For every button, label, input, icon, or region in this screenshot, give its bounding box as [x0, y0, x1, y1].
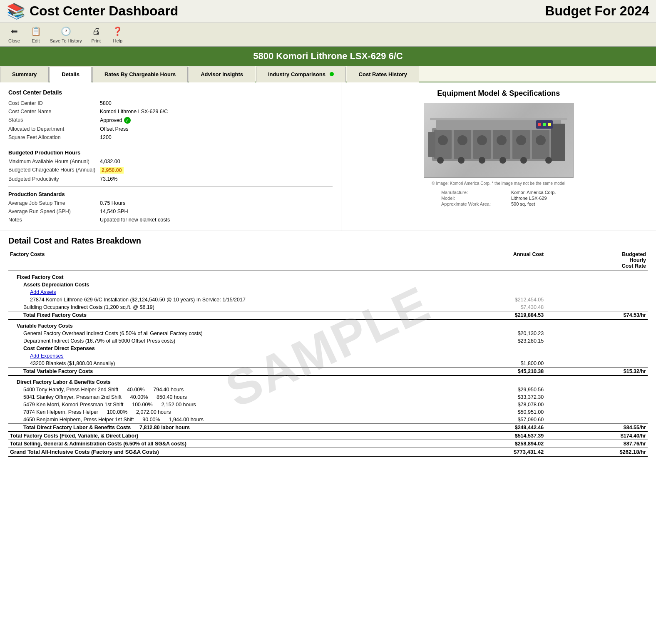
building-occ-row: Building Occupancy Indirect Costs (1,200… — [8, 303, 648, 311]
col-annual-header: Annual Cost — [443, 251, 545, 271]
svg-point-17 — [479, 157, 485, 164]
col-rate-header: Budgeted Hourly Cost Rate — [545, 251, 648, 271]
dept-indirect-row: Department Indirect Costs (16.79% of all… — [8, 337, 648, 345]
total-variable-row: Total Variable Factory Costs $45,210.38 … — [8, 368, 648, 376]
labor-row-2: 5479 Ken Morri, Komori Pressman 1st Shif… — [8, 401, 648, 408]
print-button[interactable]: 🖨 Print — [89, 25, 104, 43]
tab-rates[interactable]: Rates By Chargeable Hours — [92, 67, 188, 82]
variable-factory-header: Variable Factory Costs — [8, 319, 648, 330]
svg-point-26 — [548, 123, 551, 126]
cost-breakdown-section: SAMPLE Detail Cost and Rates Breakdown F… — [0, 231, 656, 462]
app-logo: 📚 — [7, 4, 25, 19]
spec-model: Model: Lithrone LSX-629 — [441, 196, 556, 201]
edit-icon: 📋 — [28, 25, 43, 37]
labor-row-1: 5841 Stanley Offmyer, Pressman 2nd Shift… — [8, 393, 648, 401]
tab-advisor[interactable]: Advisor Insights — [189, 67, 255, 82]
tab-industry[interactable]: Industry Comparisons — [256, 67, 346, 82]
svg-point-19 — [520, 157, 527, 164]
banner-text: 5800 Komori Lithrone LSX-629 6/C — [253, 51, 403, 61]
main-content: Cost Center Details Cost Center ID 5800 … — [0, 82, 656, 462]
svg-point-14 — [536, 135, 546, 145]
expense-detail-row: 43200 Blankets ($1,800.00 Annually) $1,8… — [8, 360, 648, 368]
edit-label: Edit — [32, 38, 40, 43]
labor-row-3: 7874 Ken Helpern, Press Helper 100.00% 2… — [8, 408, 648, 416]
equipment-specs: Manufacture: Komori America Corp. Model:… — [441, 189, 556, 207]
add-expenses-row: Add Expenses — [8, 352, 648, 360]
divider-1 — [8, 145, 333, 145]
close-button[interactable]: ⬅ Close — [7, 25, 22, 43]
standards-section-title: Production Standards — [8, 191, 333, 197]
field-status: Status Approved ✓ — [8, 116, 333, 125]
svg-point-24 — [538, 123, 541, 126]
industry-dot — [330, 72, 334, 76]
equipment-panel: Equipment Model & Specifications — [341, 82, 656, 231]
title-area: 📚 Cost Center Dashboard — [7, 3, 178, 19]
svg-point-11 — [477, 135, 487, 145]
field-budgeted-hours: Budgeted Chargeable Hours (Annual) 2,950… — [8, 166, 333, 175]
add-assets-row: Add Assets — [8, 288, 648, 296]
toolbar: ⬅ Close 📋 Edit 🕐 Save To History 🖨 Print… — [0, 22, 656, 47]
svg-point-15 — [437, 157, 444, 164]
add-expenses-link[interactable]: Add Expenses — [30, 353, 64, 359]
field-cost-center-id: Cost Center ID 5800 — [8, 99, 333, 107]
top-section: Cost Center Details Cost Center ID 5800 … — [0, 82, 656, 231]
tab-bar: Summary Details Rates By Chargeable Hour… — [0, 66, 656, 82]
field-notes: Notes Updated for new blanket costs — [8, 216, 333, 224]
svg-point-18 — [499, 157, 506, 164]
cost-center-banner: 5800 Komori Lithrone LSX-629 6/C — [0, 47, 656, 66]
field-run-speed: Average Run Speed (SPH) 14,540 SPH — [8, 207, 333, 216]
print-icon: 🖨 — [89, 25, 104, 37]
close-icon: ⬅ — [7, 25, 22, 37]
budget-label: Budget For 2024 — [545, 3, 649, 19]
divider-2 — [8, 186, 333, 187]
edit-button[interactable]: 📋 Edit — [28, 25, 43, 43]
grand-total-row: Grand Total All-Inclusive Costs (Factory… — [8, 448, 648, 457]
field-max-hours: Maximum Available Hours (Annual) 4,032.0… — [8, 157, 333, 166]
cost-center-details-panel: Cost Center Details Cost Center ID 5800 … — [0, 82, 341, 231]
field-cost-center-name: Cost Center Name Komori Lithrone LSX-629… — [8, 107, 333, 116]
cost-center-section-title: Cost Center Details — [8, 89, 333, 96]
app-title: Cost Center Dashboard — [30, 3, 178, 19]
help-label: Help — [113, 38, 123, 43]
svg-point-25 — [543, 123, 546, 126]
col-factory-costs-header: Factory Costs — [8, 251, 443, 271]
add-assets-link[interactable]: Add Assets — [30, 289, 56, 295]
svg-point-12 — [497, 135, 507, 145]
app-header: 📚 Cost Center Dashboard Budget For 2024 — [0, 0, 656, 22]
help-icon: ❓ — [110, 25, 125, 37]
tab-history[interactable]: Cost Rates History — [347, 67, 419, 82]
field-job-setup: Average Job Setup Time 0.75 Hours — [8, 199, 333, 207]
spec-work-area: Approximate Work Area: 500 sq. feet — [441, 201, 556, 206]
approved-check-icon: ✓ — [124, 117, 131, 124]
save-history-icon: 🕐 — [58, 25, 73, 37]
asset-detail-row: 27874 Komori Lithrone 629 6/C Installati… — [8, 296, 648, 303]
save-history-label: Save To History — [50, 38, 82, 43]
labor-row-0: 5400 Tony Handy, Press Helper 2nd Shift … — [8, 386, 648, 393]
svg-point-13 — [516, 135, 526, 145]
field-productivity: Budgeted Productivity 73.16% — [8, 175, 333, 183]
tab-summary[interactable]: Summary — [0, 67, 49, 82]
tab-details[interactable]: Details — [50, 67, 92, 82]
total-factory-row: Total Factory Costs (Fixed, Variable, & … — [8, 432, 648, 440]
save-to-history-button[interactable]: 🕐 Save To History — [50, 25, 82, 43]
svg-rect-22 — [430, 118, 567, 120]
direct-labor-header: Direct Factory Labor & Benefits Costs — [8, 375, 648, 386]
direct-expenses-header: Cost Center Direct Expenses — [8, 345, 648, 352]
close-label: Close — [8, 38, 20, 43]
total-labor-row: Total Direct Factory Labor & Benefits Co… — [8, 424, 648, 432]
help-button[interactable]: ❓ Help — [110, 25, 125, 43]
cost-table: Factory Costs Annual Cost Budgeted Hourl… — [8, 251, 648, 457]
cost-table-header: Factory Costs Annual Cost Budgeted Hourl… — [8, 251, 648, 271]
cost-breakdown-title: Detail Cost and Rates Breakdown — [8, 236, 648, 246]
assets-depreciation-header: Assets Depreciation Costs — [8, 281, 648, 288]
field-department: Allocated to Department Offset Press — [8, 125, 333, 133]
svg-rect-21 — [428, 132, 435, 157]
total-fixed-row: Total Fixed Factory Costs $219,884.53 $7… — [8, 311, 648, 320]
fixed-factory-header: Fixed Factory Cost — [8, 271, 648, 281]
spec-manufacture: Manufacture: Komori America Corp. — [441, 190, 556, 195]
image-caption: © Image: Komori America Corp. * the imag… — [350, 181, 648, 186]
production-section-title: Budgeted Production Hours — [8, 149, 333, 156]
equipment-image — [424, 103, 574, 178]
general-factory-overhead-row: General Factory Overhead Indirect Costs … — [8, 330, 648, 337]
field-sqft: Square Feet Allocation 1200 — [8, 133, 333, 142]
